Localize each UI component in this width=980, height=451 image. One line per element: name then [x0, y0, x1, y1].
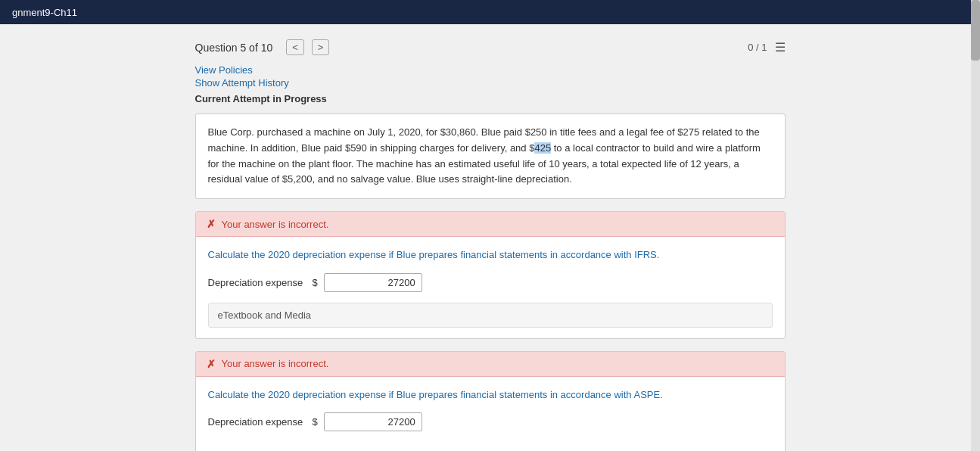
part1-input-row: Depreciation expense $ [208, 273, 773, 292]
question-label: Question 5 of 10 [195, 42, 273, 54]
part2-error-icon: ✗ [207, 358, 216, 370]
part1-error-banner: ✗ Your answer is incorrect. [196, 212, 785, 237]
scrollbar-thumb[interactable] [971, 0, 980, 61]
score-display: 0 / 1 [748, 42, 767, 53]
part1-error-message: Your answer is incorrect. [222, 219, 329, 230]
part1-box: ✗ Your answer is incorrect. Calculate th… [195, 211, 786, 339]
links-row: View Policies Show Attempt History [195, 64, 786, 89]
question-header: Question 5 of 10 < > 0 / 1 ☰ [195, 39, 786, 55]
part2-answer-input[interactable] [324, 412, 422, 431]
part2-input-label: Depreciation expense [208, 416, 306, 428]
view-policies-link[interactable]: View Policies [195, 64, 786, 76]
list-icon[interactable]: ☰ [775, 40, 786, 54]
part2-box: ✗ Your answer is incorrect. Calculate th… [195, 351, 786, 451]
scrollbar[interactable] [971, 0, 980, 451]
question-text-highlight: 425 [534, 142, 551, 154]
part1-dollar-sign: $ [313, 277, 318, 288]
part2-question: Calculate the 2020 depreciation expense … [208, 387, 773, 403]
part2-error-message: Your answer is incorrect. [222, 358, 329, 369]
part1-input-label: Depreciation expense [208, 277, 306, 288]
part2-dollar-sign: $ [313, 416, 318, 428]
prev-button[interactable]: < [286, 39, 304, 55]
part2-error-banner: ✗ Your answer is incorrect. [196, 352, 785, 377]
part2-input-row: Depreciation expense $ [208, 412, 773, 431]
question-text-box: Blue Corp. purchased a machine on July 1… [195, 114, 786, 199]
score-area: 0 / 1 ☰ [748, 40, 785, 54]
part2-body: Calculate the 2020 depreciation expense … [196, 377, 785, 451]
part1-body: Calculate the 2020 depreciation expense … [196, 237, 785, 338]
next-button[interactable]: > [312, 39, 330, 55]
part1-answer-input[interactable] [324, 273, 422, 292]
part1-error-icon: ✗ [207, 218, 216, 230]
question-nav: Question 5 of 10 < > [195, 39, 330, 55]
part1-question: Calculate the 2020 depreciation expense … [208, 247, 773, 263]
part1-etextbook-bar[interactable]: eTextbook and Media [208, 303, 773, 328]
current-attempt-label: Current Attempt in Progress [195, 93, 786, 104]
app-title: gnment9-Ch11 [12, 7, 77, 18]
show-attempt-history-link[interactable]: Show Attempt History [195, 77, 786, 89]
